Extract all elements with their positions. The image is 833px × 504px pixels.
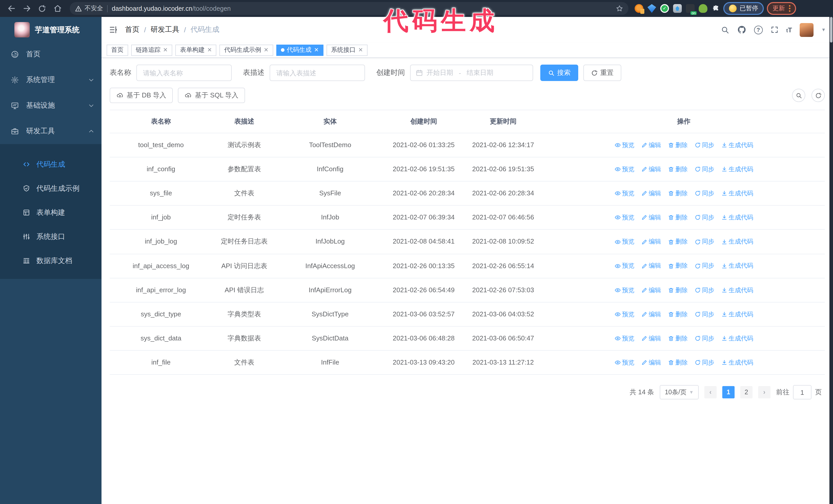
- green-check-extension-icon[interactable]: [660, 4, 669, 13]
- sidebar-item-system[interactable]: 系统管理: [0, 67, 101, 93]
- orange-extension-icon[interactable]: [635, 4, 643, 13]
- sidebar-item-devtools[interactable]: 研发工具: [0, 118, 101, 144]
- github-icon[interactable]: [737, 25, 746, 34]
- generate-code-link[interactable]: 生成代码: [721, 140, 753, 150]
- generate-code-link[interactable]: 生成代码: [721, 188, 753, 199]
- preview-link[interactable]: 预览: [614, 333, 634, 343]
- tab-tracing[interactable]: 链路追踪✕: [131, 44, 172, 56]
- generate-code-link[interactable]: 生成代码: [721, 261, 753, 271]
- sidebar-item-codegen[interactable]: 代码生成: [0, 152, 101, 176]
- header-search-icon[interactable]: [721, 25, 730, 34]
- sync-link[interactable]: 同步: [694, 261, 714, 271]
- delete-link[interactable]: 删除: [668, 212, 688, 223]
- preview-link[interactable]: 预览: [614, 357, 634, 368]
- browser-forward-button[interactable]: [21, 2, 33, 15]
- browser-scrollbar[interactable]: [829, 17, 833, 504]
- delete-link[interactable]: 删除: [668, 164, 688, 174]
- help-icon[interactable]: ?: [754, 25, 763, 34]
- edit-link[interactable]: 编辑: [641, 357, 661, 368]
- close-icon[interactable]: ✕: [358, 47, 363, 53]
- grid-extension-icon[interactable]: [673, 4, 682, 13]
- generate-code-link[interactable]: 生成代码: [721, 212, 753, 223]
- date-range-picker[interactable]: 开始日期 - 结束日期: [410, 65, 533, 81]
- blue-gem-extension-icon[interactable]: [647, 4, 656, 13]
- green-bot-extension-icon[interactable]: [699, 4, 708, 13]
- generate-code-link[interactable]: 生成代码: [721, 309, 753, 319]
- generate-code-link[interactable]: 生成代码: [721, 164, 753, 174]
- sync-link[interactable]: 同步: [694, 357, 714, 368]
- tab-home[interactable]: 首页: [106, 44, 128, 56]
- close-icon[interactable]: ✕: [314, 47, 318, 53]
- tab-codegen-example[interactable]: 代码生成示例✕: [220, 44, 273, 56]
- edit-link[interactable]: 编辑: [641, 309, 661, 319]
- security-indicator[interactable]: 不安全: [75, 4, 103, 13]
- edit-link[interactable]: 编辑: [641, 212, 661, 223]
- page-button-1[interactable]: 1: [722, 386, 735, 399]
- next-page-button[interactable]: ›: [758, 386, 770, 399]
- generate-code-link[interactable]: 生成代码: [721, 357, 753, 368]
- sync-link[interactable]: 同步: [694, 333, 714, 343]
- browser-menu-icon[interactable]: [789, 5, 790, 12]
- import-sql-button[interactable]: 基于 SQL 导入: [178, 88, 245, 103]
- sync-link[interactable]: 同步: [694, 285, 714, 295]
- refresh-table-button[interactable]: [811, 89, 825, 102]
- edit-link[interactable]: 编辑: [641, 164, 661, 174]
- browser-back-button[interactable]: [5, 2, 18, 15]
- preview-link[interactable]: 预览: [614, 140, 634, 150]
- sync-link[interactable]: 同步: [694, 164, 714, 174]
- sync-link[interactable]: 同步: [694, 237, 714, 247]
- delete-link[interactable]: 删除: [668, 140, 688, 150]
- edit-link[interactable]: 编辑: [641, 140, 661, 150]
- edit-link[interactable]: 编辑: [641, 237, 661, 247]
- sidebar-item-form-builder[interactable]: 表单构建: [0, 200, 101, 224]
- delete-link[interactable]: 删除: [668, 188, 688, 199]
- on-badge-extension-icon[interactable]: [686, 4, 695, 13]
- reset-button[interactable]: 重置: [584, 65, 621, 81]
- tab-form-builder[interactable]: 表单构建✕: [175, 44, 216, 56]
- preview-link[interactable]: 预览: [614, 261, 634, 271]
- delete-link[interactable]: 删除: [668, 333, 688, 343]
- table-name-input[interactable]: [136, 65, 232, 81]
- import-db-button[interactable]: 基于 DB 导入: [110, 88, 173, 103]
- delete-link[interactable]: 删除: [668, 357, 688, 368]
- preview-link[interactable]: 预览: [614, 164, 634, 174]
- tab-system-api[interactable]: 系统接口✕: [327, 44, 367, 56]
- preview-link[interactable]: 预览: [614, 309, 634, 319]
- sync-link[interactable]: 同步: [694, 309, 714, 319]
- preview-link[interactable]: 预览: [614, 285, 634, 295]
- font-size-icon[interactable]: tT: [786, 26, 792, 33]
- profile-paused-badge[interactable]: 已暂停: [723, 2, 764, 15]
- page-size-select[interactable]: 10条/页 ▼: [660, 385, 699, 400]
- close-icon[interactable]: ✕: [163, 47, 168, 53]
- date-end-placeholder[interactable]: 结束日期: [467, 68, 493, 77]
- sidebar-collapse-button[interactable]: [109, 25, 118, 34]
- generate-code-link[interactable]: 生成代码: [721, 333, 753, 343]
- browser-home-button[interactable]: [51, 2, 64, 15]
- tab-codegen[interactable]: 代码生成✕: [276, 44, 323, 56]
- puzzle-extension-icon[interactable]: [712, 4, 720, 13]
- edit-link[interactable]: 编辑: [641, 261, 661, 271]
- sidebar-item-db-docs[interactable]: 数据库文档: [0, 249, 101, 273]
- generate-code-link[interactable]: 生成代码: [721, 237, 753, 247]
- close-icon[interactable]: ✕: [264, 47, 268, 53]
- search-button[interactable]: 搜索: [540, 65, 578, 81]
- avatar-caret-icon[interactable]: ▼: [821, 27, 826, 32]
- sync-link[interactable]: 同步: [694, 140, 714, 150]
- edit-link[interactable]: 编辑: [641, 188, 661, 199]
- sync-link[interactable]: 同步: [694, 212, 714, 223]
- goto-page-input[interactable]: [793, 385, 811, 400]
- page-button-2[interactable]: 2: [740, 386, 753, 399]
- delete-link[interactable]: 删除: [668, 261, 688, 271]
- prev-page-button[interactable]: ‹: [704, 386, 717, 399]
- breadcrumb-devtools[interactable]: 研发工具: [151, 25, 180, 34]
- user-avatar[interactable]: [800, 23, 813, 37]
- fullscreen-icon[interactable]: [770, 26, 779, 34]
- preview-link[interactable]: 预览: [614, 188, 634, 199]
- bookmark-star-icon[interactable]: [616, 5, 623, 12]
- table-desc-input[interactable]: [270, 65, 365, 81]
- delete-link[interactable]: 删除: [668, 237, 688, 247]
- preview-link[interactable]: 预览: [614, 237, 634, 247]
- delete-link[interactable]: 删除: [668, 309, 688, 319]
- delete-link[interactable]: 删除: [668, 285, 688, 295]
- date-start-placeholder[interactable]: 开始日期: [427, 68, 453, 77]
